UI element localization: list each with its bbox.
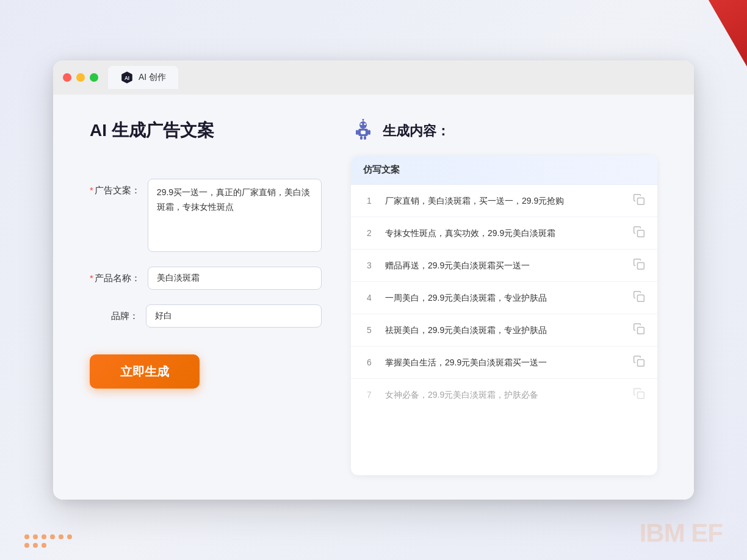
main-layout: AI 生成广告文案 *广告文案： *产品名称： 品 (90, 119, 657, 475)
ad-copy-input[interactable] (148, 179, 322, 252)
dot (67, 534, 72, 539)
bottom-decoration: IBM EF (0, 511, 747, 560)
list-item: 2专抹女性斑点，真实功效，29.9元美白淡斑霜 (351, 217, 657, 249)
result-number: 1 (363, 196, 375, 206)
generate-button[interactable]: 立即生成 (90, 354, 200, 389)
browser-content: AI 生成广告文案 *广告文案： *产品名称： 品 (53, 95, 694, 500)
result-text: 祛斑美白，29.9元美白淡斑霜，专业护肤品 (385, 324, 623, 337)
copy-icon[interactable] (633, 226, 645, 240)
brand-input[interactable] (146, 304, 322, 328)
dot (50, 534, 55, 539)
result-number: 6 (363, 357, 375, 367)
list-item: 3赠品再送，29.9元美白淡斑霜买一送一 (351, 249, 657, 282)
ibm-ef-label: IBM EF (640, 519, 723, 548)
maximize-button[interactable] (90, 73, 98, 82)
svg-rect-13 (638, 198, 644, 205)
svg-rect-8 (368, 130, 370, 135)
list-item: 4一周美白，29.9元美白淡斑霜，专业护肤品 (351, 282, 657, 314)
results-list: 1厂家直销，美白淡斑霜，买一送一，29.9元抢购 2专抹女性斑点，真实功效，29… (351, 185, 657, 411)
svg-point-4 (364, 123, 366, 125)
ad-copy-required: * (90, 185, 93, 195)
list-item: 7女神必备，29.9元美白淡斑霜，护肤必备 (351, 379, 657, 411)
brand-group: 品牌： (90, 304, 322, 328)
copy-icon[interactable] (633, 355, 645, 370)
results-container: 仿写文案 1厂家直销，美白淡斑霜，买一送一，29.9元抢购 2专抹女性斑点，真实… (351, 156, 657, 475)
dot (33, 534, 38, 539)
dot (33, 543, 38, 548)
ai-tab-icon: AI (120, 71, 134, 84)
result-text: 一周美白，29.9元美白淡斑霜，专业护肤品 (385, 292, 623, 304)
browser-window: AI AI 创作 AI 生成广告文案 *广告文案： * (53, 60, 694, 500)
product-name-group: *产品名称： (90, 267, 322, 290)
copy-icon[interactable] (633, 258, 645, 273)
minimize-button[interactable] (76, 73, 85, 82)
copy-icon[interactable] (633, 387, 645, 402)
result-number: 4 (363, 293, 375, 303)
list-item: 1厂家直销，美白淡斑霜，买一送一，29.9元抢购 (351, 185, 657, 217)
browser-chrome: AI AI 创作 (53, 60, 694, 95)
svg-rect-17 (638, 328, 644, 334)
result-text: 女神必备，29.9元美白淡斑霜，护肤必备 (385, 389, 623, 401)
copy-icon[interactable] (633, 290, 645, 305)
results-header-row: 生成内容： (351, 119, 657, 143)
product-name-label: *产品名称： (90, 267, 140, 284)
product-name-input[interactable] (148, 267, 322, 290)
svg-rect-19 (638, 392, 644, 399)
ai-tab[interactable]: AI AI 创作 (108, 66, 178, 89)
tab-label: AI 创作 (139, 72, 166, 83)
svg-point-3 (361, 123, 363, 125)
ad-copy-label: *广告文案： (90, 179, 140, 196)
dot (24, 543, 29, 548)
result-text: 赠品再送，29.9元美白淡斑霜买一送一 (385, 259, 623, 272)
product-name-required: * (90, 273, 93, 283)
robot-icon (351, 119, 375, 143)
svg-rect-14 (638, 231, 644, 237)
corner-decoration (649, 0, 747, 98)
result-number: 2 (363, 228, 375, 238)
dot (42, 543, 46, 548)
svg-rect-7 (356, 130, 358, 135)
result-text: 厂家直销，美白淡斑霜，买一送一，29.9元抢购 (385, 195, 623, 207)
results-column-header: 仿写文案 (351, 156, 657, 185)
results-title: 生成内容： (383, 122, 450, 140)
svg-point-12 (363, 119, 364, 120)
result-text: 掌握美白生活，29.9元美白淡斑霜买一送一 (385, 356, 623, 369)
left-panel: AI 生成广告文案 *广告文案： *产品名称： 品 (90, 119, 322, 475)
svg-rect-16 (638, 295, 644, 302)
ad-copy-group: *广告文案： (90, 179, 322, 252)
list-item: 6掌握美白生活，29.9元美白淡斑霜买一送一 (351, 346, 657, 379)
dot (24, 534, 29, 539)
traffic-lights (63, 73, 98, 82)
list-item: 5祛斑美白，29.9元美白淡斑霜，专业护肤品 (351, 314, 657, 346)
result-number: 5 (363, 325, 375, 335)
svg-rect-18 (638, 360, 644, 367)
copy-icon[interactable] (633, 193, 645, 208)
svg-point-2 (359, 121, 367, 129)
brand-label: 品牌： (90, 304, 139, 322)
result-number: 3 (363, 260, 375, 270)
svg-rect-10 (364, 136, 366, 140)
svg-rect-9 (360, 136, 363, 140)
result-number: 7 (363, 390, 375, 400)
result-text: 专抹女性斑点，真实功效，29.9元美白淡斑霜 (385, 227, 623, 240)
svg-rect-6 (361, 131, 366, 134)
close-button[interactable] (63, 73, 71, 82)
page-title: AI 生成广告文案 (90, 119, 322, 142)
dot (42, 534, 46, 539)
copy-icon[interactable] (633, 323, 645, 337)
dot (59, 534, 63, 539)
right-panel: 生成内容： 仿写文案 1厂家直销，美白淡斑霜，买一送一，29.9元抢购 2专抹女… (351, 119, 657, 475)
svg-rect-15 (638, 263, 644, 270)
svg-text:AI: AI (125, 76, 129, 81)
dot-cluster (24, 534, 73, 548)
